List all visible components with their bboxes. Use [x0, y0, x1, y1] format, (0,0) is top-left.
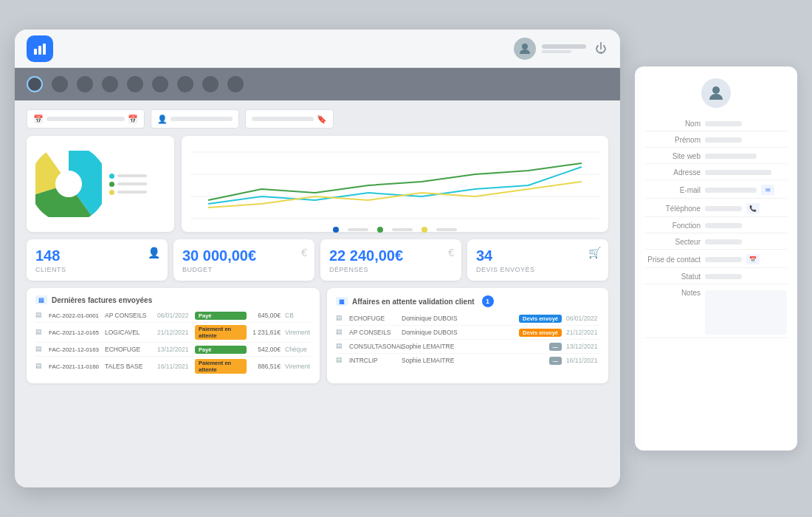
prise-contact-icon[interactable]: 📅	[746, 254, 760, 264]
panel-label-fonction: Fonction	[645, 222, 701, 230]
nav-item-3[interactable]	[77, 76, 93, 92]
table-row[interactable]: ▤ ECHOFUGE Dominique DUBOIS Devis envoyé…	[336, 312, 599, 326]
panel-field-notes: Notes	[645, 286, 787, 338]
power-icon[interactable]: ⏻	[593, 41, 608, 56]
email-input-icon[interactable]: ✉	[761, 185, 774, 195]
devis-icon: 🛒	[588, 247, 601, 258]
panel-label-telephone: Téléphone	[645, 205, 701, 213]
aff-ref-1: ECHOFUGE	[349, 315, 397, 322]
pie-chart-card	[27, 136, 174, 232]
panel-value-telephone[interactable]	[705, 206, 742, 211]
aff-status-4: —	[549, 357, 562, 365]
chart-legend-green	[377, 227, 383, 233]
avatar	[514, 38, 536, 60]
app-window: ⏻ 📅 📅 👤 🔖	[15, 30, 620, 487]
table-row[interactable]: ▤ FAC-2021-12-0165 LOGICAVEL 21/12/2021 …	[35, 323, 311, 343]
panel-label-prise-contact: Prise de contact	[645, 256, 701, 264]
aff-icon-4: ▤	[336, 356, 345, 365]
affaires-icon: ▦	[336, 297, 348, 306]
nav-item-2[interactable]	[52, 76, 68, 92]
stat-devis-label: DEVIS ENVOYÉS	[476, 266, 599, 273]
nav-item-8[interactable]	[202, 76, 219, 92]
panel-value-fonction[interactable]	[705, 223, 742, 228]
invoice-filter[interactable]: 🔖	[245, 109, 334, 129]
nav-item-6[interactable]	[152, 76, 168, 92]
panel-value-prise-contact[interactable]	[705, 257, 742, 262]
panel-value-email[interactable]	[705, 188, 757, 193]
legend-label-1	[117, 174, 147, 177]
panel-value-secteur[interactable]	[705, 239, 742, 244]
aff-status-3: —	[549, 343, 562, 351]
app-logo[interactable]	[27, 35, 53, 62]
invoice-icon: 🔖	[317, 114, 327, 124]
panel-label-statut: Statut	[645, 273, 701, 281]
invoices-table-header: ▤ Dernières factures envoyées	[35, 295, 311, 304]
aff-date-4: 16/11/2021	[566, 357, 599, 364]
nav-item-home[interactable]	[27, 76, 43, 92]
panel-field-prenom: Prénom	[645, 133, 787, 148]
row-doc-icon: ▤	[35, 345, 44, 354]
inv-amount-3: 542,00€	[251, 346, 281, 353]
panel-field-fonction: Fonction	[645, 219, 787, 233]
affaires-table-header: ▦ Affaires en attente validation client …	[336, 295, 599, 307]
panel-value-adresse[interactable]	[705, 170, 771, 175]
nav-item-5[interactable]	[127, 76, 143, 92]
panel-field-statut: Statut	[645, 270, 787, 284]
panel-value-notes[interactable]	[705, 290, 787, 335]
svg-point-7	[55, 171, 82, 197]
inv-ref-1: FAC-2022-01-0001	[49, 312, 100, 319]
legend-item-3	[109, 190, 147, 195]
invoices-table: ▤ Dernières factures envoyées ▤ FAC-2022…	[27, 288, 320, 383]
table-row[interactable]: ▤ CONSULTASONAL Sophie LEMAITRE — 13/12/…	[336, 340, 599, 354]
aff-ref-3: CONSULTASONAL	[349, 343, 397, 350]
depenses-icon: €	[448, 247, 454, 258]
inv-date-2: 21/12/2021	[157, 329, 190, 336]
panel-value-statut[interactable]	[705, 274, 742, 279]
aff-icon-3: ▤	[336, 342, 345, 351]
stats-row: 148 CLIENTS 👤 30 000,00€ BUDGET € 22 240…	[27, 239, 608, 281]
nav-item-4[interactable]	[102, 76, 118, 92]
info-panel: Nom Prénom Site web Adresse E-mail ✉ Tél…	[635, 66, 797, 451]
aff-icon-2: ▤	[336, 328, 345, 337]
telephone-input-icon[interactable]: 📞	[746, 203, 760, 213]
stat-budget: 30 000,00€ BUDGET €	[173, 239, 314, 281]
legend-dot-1	[109, 174, 114, 179]
aff-name-1: Dominique DUBOIS	[402, 315, 515, 322]
inv-ref-2: FAC-2021-12-0165	[49, 329, 100, 336]
user-info	[514, 38, 586, 60]
inv-name-2: LOGICAVEL	[105, 329, 153, 336]
user-text	[542, 44, 586, 53]
panel-label-adresse: Adresse	[645, 168, 701, 177]
aff-name-2: Dominique DUBOIS	[402, 329, 515, 336]
panel-field-email: E-mail ✉	[645, 182, 787, 199]
top-bar-right: ⏻	[514, 38, 608, 60]
legend-dot-2	[109, 182, 114, 187]
stat-depenses-label: DÉPENSES	[329, 266, 453, 273]
panel-value-prenom[interactable]	[705, 137, 742, 143]
nav-item-9[interactable]	[227, 76, 244, 92]
panel-label-notes: Notes	[645, 289, 701, 297]
nav-item-7[interactable]	[177, 76, 193, 92]
row-doc-icon: ▤	[35, 362, 44, 371]
table-row[interactable]: ▤ FAC-2022-01-0001 AP CONSEILS 06/01/202…	[35, 309, 311, 323]
panel-label-secteur: Secteur	[645, 238, 701, 246]
invoices-title: Dernières factures envoyées	[52, 296, 152, 304]
pie-chart	[35, 151, 102, 217]
table-row[interactable]: ▤ FAC-2021-11-0160 TALES BASE 16/11/2021…	[35, 357, 311, 376]
date-filter[interactable]: 📅 📅	[27, 109, 145, 129]
panel-value-nom[interactable]	[705, 121, 742, 126]
row-doc-icon: ▤	[35, 311, 44, 320]
line-chart-card	[182, 136, 608, 232]
stat-depenses-value: 22 240,00€	[329, 247, 453, 264]
user-name-bar	[542, 44, 586, 49]
table-row[interactable]: ▤ FAC-2021-12-0163 ECHOFUGE 13/12/2021 P…	[35, 343, 311, 357]
client-filter[interactable]: 👤	[151, 109, 239, 129]
user-filter-icon: 👤	[157, 114, 168, 124]
table-row[interactable]: ▤ AP CONSEILS Dominique DUBOIS Devis env…	[336, 326, 599, 340]
inv-ref-3: FAC-2021-12-0163	[49, 346, 100, 353]
table-row[interactable]: ▤ INTRCLIP Sophie LEMAITRE — 16/11/2021	[336, 354, 599, 367]
chart-legend-label-1	[348, 228, 368, 231]
panel-value-siteweb[interactable]	[705, 154, 757, 159]
charts-row	[27, 136, 608, 232]
inv-status-3: Payé	[195, 346, 247, 354]
